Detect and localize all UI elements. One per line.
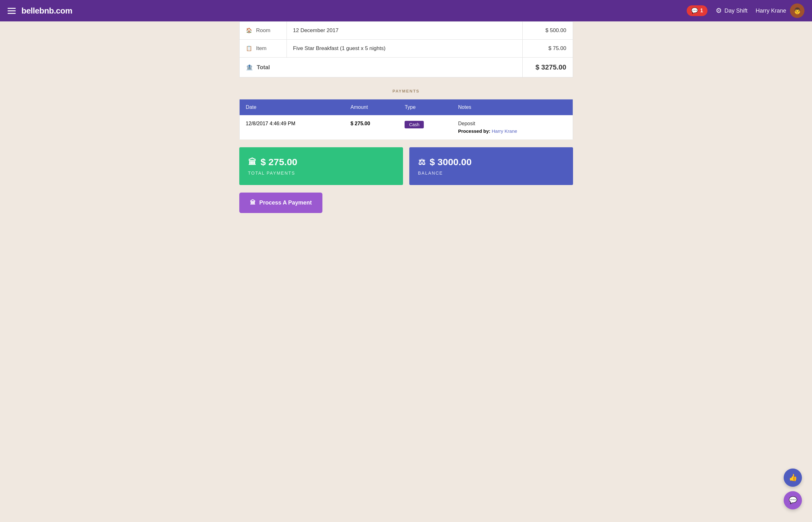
fab-container: 👍 💬 — [784, 468, 802, 509]
col-date: Date — [239, 99, 344, 116]
balance-card: ⚖ $ 3000.00 BALANCE — [409, 147, 573, 185]
col-type: Type — [398, 99, 452, 116]
balance-label: BALANCE — [418, 170, 564, 176]
like-icon: 👍 — [789, 474, 797, 482]
total-payments-amount: 🏛 $ 275.00 — [248, 157, 394, 167]
payment-date: 12/8/2017 4:46:49 PM — [239, 115, 344, 140]
row-type: 🏠 Room — [239, 22, 287, 40]
payment-amount: $ 275.00 — [344, 115, 398, 140]
table-row: 🏠 Room 12 December 2017 $ 500.00 — [239, 22, 573, 40]
room-icon: 🏠 — [246, 28, 252, 33]
row-description: 12 December 2017 — [287, 22, 522, 40]
user-menu[interactable]: Harry Krane 👨 — [756, 3, 805, 18]
total-icon: 🏦 — [246, 64, 253, 71]
note-main: Deposit — [458, 121, 566, 126]
notifications-button[interactable]: 💬 1 — [687, 5, 708, 16]
avatar: 👨 — [790, 3, 805, 18]
main-content: 🏠 Room 12 December 2017 $ 500.00 📋 Item … — [239, 21, 573, 238]
total-payments-label: TOTAL PAYMENTS — [248, 170, 394, 176]
payment-type: Cash — [398, 115, 452, 140]
user-name: Harry Krane — [756, 7, 786, 14]
shift-icon: ⚙ — [716, 6, 722, 15]
row-description: Five Star Breakfast (1 guest x 5 nights) — [287, 40, 522, 58]
processed-by-label: Processed by: — [458, 128, 490, 134]
total-amount: $ 3275.00 — [522, 58, 573, 77]
balance-amount: ⚖ $ 3000.00 — [418, 157, 564, 167]
notifications-icon: 💬 — [691, 7, 698, 14]
shift-label: Day Shift — [724, 7, 748, 14]
col-amount: Amount — [344, 99, 398, 116]
payments-section-label: PAYMENTS — [239, 89, 573, 94]
process-payment-label: Process A Payment — [259, 200, 312, 206]
like-fab-button[interactable]: 👍 — [784, 468, 802, 487]
col-notes: Notes — [452, 99, 573, 116]
shift-indicator: ⚙ Day Shift — [716, 6, 748, 15]
table-row: 📋 Item Five Star Breakfast (1 guest x 5 … — [239, 40, 573, 58]
row-type-label: Room — [256, 27, 270, 33]
payment-row: 12/8/2017 4:46:49 PM $ 275.00 Cash Depos… — [239, 115, 573, 140]
process-payment-icon: 🏛 — [250, 200, 256, 206]
bank-icon: 🏛 — [248, 157, 256, 167]
logo: bellebnb.com — [21, 6, 73, 16]
row-type-label: Item — [256, 45, 266, 51]
chat-fab-button[interactable]: 💬 — [784, 491, 802, 509]
payments-table: Date Amount Type Notes 12/8/2017 4:46:49… — [239, 99, 573, 140]
header: bellebnb.com 💬 1 ⚙ Day Shift Harry Krane… — [0, 0, 812, 21]
cash-badge: Cash — [405, 121, 424, 128]
notifications-count: 1 — [700, 8, 703, 14]
item-icon: 📋 — [246, 46, 252, 51]
chat-icon: 💬 — [789, 496, 797, 504]
balance-icon: ⚖ — [418, 157, 425, 167]
summary-cards: 🏛 $ 275.00 TOTAL PAYMENTS ⚖ $ 3000.00 BA… — [239, 147, 573, 185]
menu-button[interactable] — [7, 8, 16, 14]
total-label: 🏦 Total — [239, 58, 522, 77]
payment-notes: Deposit Processed by: Harry Krane — [452, 115, 573, 140]
row-amount: $ 500.00 — [522, 22, 573, 40]
row-amount: $ 75.00 — [522, 40, 573, 58]
payments-table-header: Date Amount Type Notes — [239, 99, 573, 116]
total-payments-card: 🏛 $ 275.00 TOTAL PAYMENTS — [239, 147, 403, 185]
process-payment-button[interactable]: 🏛 Process A Payment — [239, 193, 323, 213]
total-row: 🏦 Total $ 3275.00 — [239, 58, 573, 77]
row-type: 📋 Item — [239, 40, 287, 58]
processed-by-name: Harry Krane — [492, 128, 517, 134]
invoice-table: 🏠 Room 12 December 2017 $ 500.00 📋 Item … — [239, 21, 573, 77]
processed-by: Processed by: Harry Krane — [458, 128, 566, 134]
